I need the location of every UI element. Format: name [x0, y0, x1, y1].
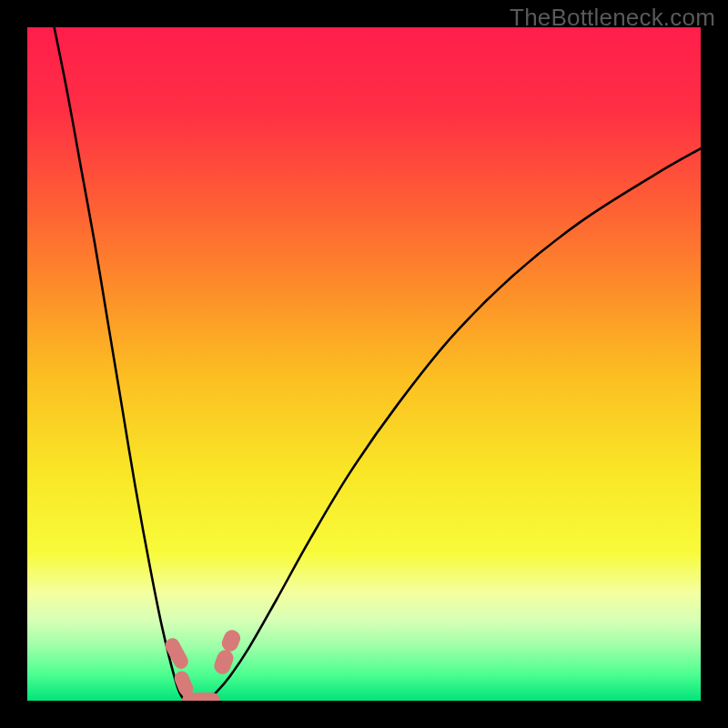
plot-area — [27, 27, 701, 701]
bottleneck-curve-left — [55, 27, 189, 701]
chart-frame: TheBottleneck.com — [0, 0, 728, 728]
blob-bottom — [182, 693, 219, 701]
bottleneck-curve-right — [202, 148, 701, 701]
curves-layer — [27, 27, 701, 701]
